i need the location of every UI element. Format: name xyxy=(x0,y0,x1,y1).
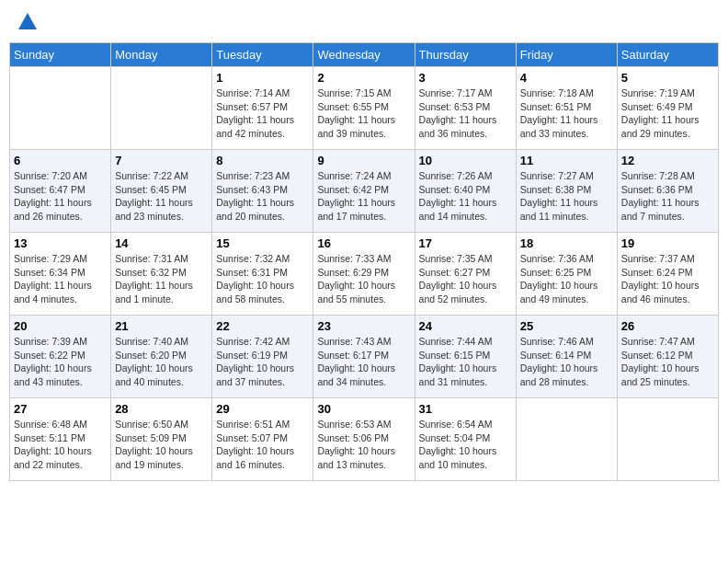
day-header-thursday: Thursday xyxy=(415,43,516,67)
day-info: Sunrise: 7:32 AM Sunset: 6:31 PM Dayligh… xyxy=(216,252,309,306)
calendar-week-row: 13Sunrise: 7:29 AM Sunset: 6:34 PM Dayli… xyxy=(10,233,719,316)
day-header-sunday: Sunday xyxy=(10,43,111,67)
day-info: Sunrise: 7:26 AM Sunset: 6:40 PM Dayligh… xyxy=(419,169,512,224)
calendar-cell: 14Sunrise: 7:31 AM Sunset: 6:32 PM Dayli… xyxy=(111,233,212,316)
day-number: 27 xyxy=(14,402,107,416)
day-number: 31 xyxy=(419,402,512,416)
calendar-cell: 4Sunrise: 7:18 AM Sunset: 6:51 PM Daylig… xyxy=(516,67,617,150)
calendar-cell: 13Sunrise: 7:29 AM Sunset: 6:34 PM Dayli… xyxy=(10,233,111,316)
calendar-cell: 18Sunrise: 7:36 AM Sunset: 6:25 PM Dayli… xyxy=(516,233,617,316)
logo xyxy=(17,13,37,31)
calendar-table: SundayMondayTuesdayWednesdayThursdayFrid… xyxy=(9,42,719,481)
day-info: Sunrise: 6:50 AM Sunset: 5:09 PM Dayligh… xyxy=(115,418,208,472)
calendar-cell xyxy=(111,67,212,150)
day-info: Sunrise: 7:36 AM Sunset: 6:25 PM Dayligh… xyxy=(520,252,613,306)
day-number: 21 xyxy=(115,319,208,333)
calendar-cell: 20Sunrise: 7:39 AM Sunset: 6:22 PM Dayli… xyxy=(10,316,111,398)
day-info: Sunrise: 7:33 AM Sunset: 6:29 PM Dayligh… xyxy=(317,252,410,306)
day-info: Sunrise: 6:54 AM Sunset: 5:04 PM Dayligh… xyxy=(419,418,512,472)
day-info: Sunrise: 6:51 AM Sunset: 5:07 PM Dayligh… xyxy=(216,418,309,472)
calendar-cell: 10Sunrise: 7:26 AM Sunset: 6:40 PM Dayli… xyxy=(415,150,516,233)
day-number: 19 xyxy=(621,236,714,250)
calendar-cell: 30Sunrise: 6:53 AM Sunset: 5:06 PM Dayli… xyxy=(313,398,415,481)
day-header-wednesday: Wednesday xyxy=(313,43,415,67)
day-info: Sunrise: 7:22 AM Sunset: 6:45 PM Dayligh… xyxy=(115,169,208,224)
day-number: 26 xyxy=(621,319,714,333)
calendar-week-row: 20Sunrise: 7:39 AM Sunset: 6:22 PM Dayli… xyxy=(10,316,719,398)
day-number: 4 xyxy=(520,71,613,85)
calendar-cell: 7Sunrise: 7:22 AM Sunset: 6:45 PM Daylig… xyxy=(111,150,212,233)
day-info: Sunrise: 7:23 AM Sunset: 6:43 PM Dayligh… xyxy=(216,169,309,224)
day-number: 13 xyxy=(14,236,107,250)
day-info: Sunrise: 7:44 AM Sunset: 6:15 PM Dayligh… xyxy=(419,335,512,389)
day-info: Sunrise: 7:37 AM Sunset: 6:24 PM Dayligh… xyxy=(621,252,714,306)
day-header-friday: Friday xyxy=(516,43,617,67)
calendar-cell xyxy=(10,67,111,150)
calendar-cell: 5Sunrise: 7:19 AM Sunset: 6:49 PM Daylig… xyxy=(617,67,718,150)
day-number: 3 xyxy=(419,71,512,85)
calendar-cell: 26Sunrise: 7:47 AM Sunset: 6:12 PM Dayli… xyxy=(617,316,718,398)
calendar-cell: 15Sunrise: 7:32 AM Sunset: 6:31 PM Dayli… xyxy=(212,233,313,316)
calendar-week-row: 27Sunrise: 6:48 AM Sunset: 5:11 PM Dayli… xyxy=(10,398,719,481)
calendar-cell: 28Sunrise: 6:50 AM Sunset: 5:09 PM Dayli… xyxy=(111,398,212,481)
calendar-cell: 21Sunrise: 7:40 AM Sunset: 6:20 PM Dayli… xyxy=(111,316,212,398)
day-number: 22 xyxy=(216,319,309,333)
day-number: 18 xyxy=(520,236,613,250)
calendar-cell: 11Sunrise: 7:27 AM Sunset: 6:38 PM Dayli… xyxy=(516,150,617,233)
calendar-cell: 9Sunrise: 7:24 AM Sunset: 6:42 PM Daylig… xyxy=(313,150,415,233)
day-info: Sunrise: 7:31 AM Sunset: 6:32 PM Dayligh… xyxy=(115,252,208,306)
day-info: Sunrise: 7:39 AM Sunset: 6:22 PM Dayligh… xyxy=(14,335,107,389)
day-info: Sunrise: 7:29 AM Sunset: 6:34 PM Dayligh… xyxy=(14,252,107,306)
day-header-monday: Monday xyxy=(111,43,212,67)
day-number: 20 xyxy=(14,319,107,333)
day-info: Sunrise: 7:14 AM Sunset: 6:57 PM Dayligh… xyxy=(216,86,309,141)
day-info: Sunrise: 7:18 AM Sunset: 6:51 PM Dayligh… xyxy=(520,86,613,141)
day-info: Sunrise: 7:35 AM Sunset: 6:27 PM Dayligh… xyxy=(419,252,512,306)
day-info: Sunrise: 7:24 AM Sunset: 6:42 PM Dayligh… xyxy=(317,169,410,224)
calendar-week-row: 1Sunrise: 7:14 AM Sunset: 6:57 PM Daylig… xyxy=(10,67,719,150)
logo-triangle-icon xyxy=(18,13,37,29)
day-number: 6 xyxy=(14,154,107,167)
day-number: 16 xyxy=(317,236,410,250)
day-number: 15 xyxy=(216,236,309,250)
calendar-week-row: 6Sunrise: 7:20 AM Sunset: 6:47 PM Daylig… xyxy=(10,150,719,233)
day-number: 10 xyxy=(419,154,512,167)
day-info: Sunrise: 7:42 AM Sunset: 6:19 PM Dayligh… xyxy=(216,335,309,389)
day-info: Sunrise: 7:19 AM Sunset: 6:49 PM Dayligh… xyxy=(621,86,714,141)
calendar-cell: 19Sunrise: 7:37 AM Sunset: 6:24 PM Dayli… xyxy=(617,233,718,316)
calendar-cell: 25Sunrise: 7:46 AM Sunset: 6:14 PM Dayli… xyxy=(516,316,617,398)
day-number: 7 xyxy=(115,154,208,167)
calendar-cell: 2Sunrise: 7:15 AM Sunset: 6:55 PM Daylig… xyxy=(313,67,415,150)
day-info: Sunrise: 7:46 AM Sunset: 6:14 PM Dayligh… xyxy=(520,335,613,389)
calendar-cell: 16Sunrise: 7:33 AM Sunset: 6:29 PM Dayli… xyxy=(313,233,415,316)
calendar-cell: 6Sunrise: 7:20 AM Sunset: 6:47 PM Daylig… xyxy=(10,150,111,233)
day-number: 24 xyxy=(419,319,512,333)
calendar-cell: 23Sunrise: 7:43 AM Sunset: 6:17 PM Dayli… xyxy=(313,316,415,398)
day-number: 17 xyxy=(419,236,512,250)
page-header xyxy=(9,9,719,35)
calendar-cell: 24Sunrise: 7:44 AM Sunset: 6:15 PM Dayli… xyxy=(415,316,516,398)
day-number: 9 xyxy=(317,154,410,167)
day-info: Sunrise: 6:48 AM Sunset: 5:11 PM Dayligh… xyxy=(14,418,107,472)
calendar-cell xyxy=(516,398,617,481)
calendar-cell: 31Sunrise: 6:54 AM Sunset: 5:04 PM Dayli… xyxy=(415,398,516,481)
day-info: Sunrise: 7:20 AM Sunset: 6:47 PM Dayligh… xyxy=(14,169,107,224)
day-info: Sunrise: 7:27 AM Sunset: 6:38 PM Dayligh… xyxy=(520,169,613,224)
day-header-tuesday: Tuesday xyxy=(212,43,313,67)
calendar-cell: 8Sunrise: 7:23 AM Sunset: 6:43 PM Daylig… xyxy=(212,150,313,233)
day-number: 8 xyxy=(216,154,309,167)
calendar-cell: 3Sunrise: 7:17 AM Sunset: 6:53 PM Daylig… xyxy=(415,67,516,150)
calendar-cell xyxy=(617,398,718,481)
day-number: 29 xyxy=(216,402,309,416)
calendar-cell: 22Sunrise: 7:42 AM Sunset: 6:19 PM Dayli… xyxy=(212,316,313,398)
day-number: 23 xyxy=(317,319,410,333)
day-header-saturday: Saturday xyxy=(617,43,718,67)
calendar-cell: 29Sunrise: 6:51 AM Sunset: 5:07 PM Dayli… xyxy=(212,398,313,481)
calendar-cell: 17Sunrise: 7:35 AM Sunset: 6:27 PM Dayli… xyxy=(415,233,516,316)
day-number: 11 xyxy=(520,154,613,167)
day-number: 1 xyxy=(216,71,309,85)
calendar-cell: 12Sunrise: 7:28 AM Sunset: 6:36 PM Dayli… xyxy=(617,150,718,233)
day-info: Sunrise: 7:40 AM Sunset: 6:20 PM Dayligh… xyxy=(115,335,208,389)
day-info: Sunrise: 6:53 AM Sunset: 5:06 PM Dayligh… xyxy=(317,418,410,472)
day-info: Sunrise: 7:17 AM Sunset: 6:53 PM Dayligh… xyxy=(419,86,512,141)
